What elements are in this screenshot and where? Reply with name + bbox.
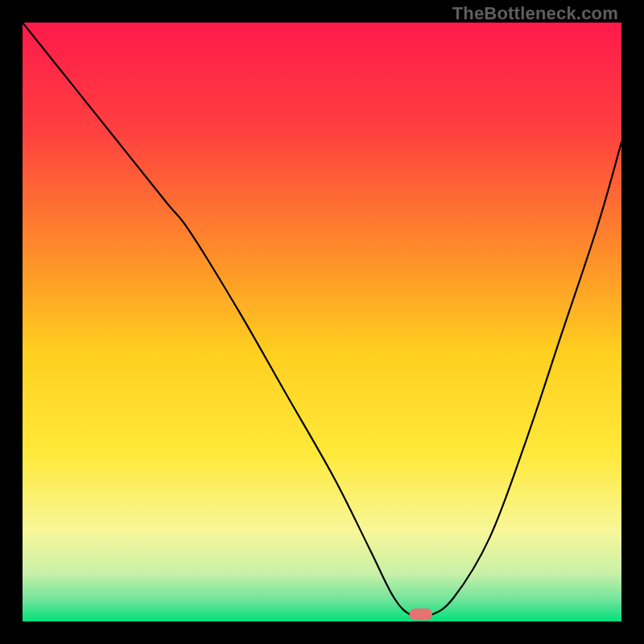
chart-frame <box>23 23 621 621</box>
watermark-text: TheBottleneck.com <box>452 3 618 24</box>
bottleneck-chart <box>23 23 621 621</box>
chart-background <box>23 23 621 621</box>
optimum-marker <box>410 609 432 621</box>
